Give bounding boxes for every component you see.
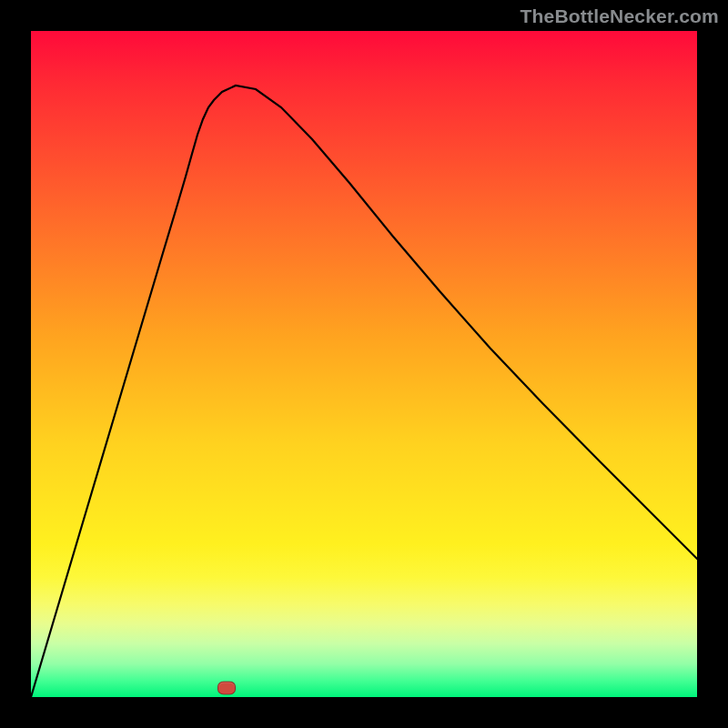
outer-frame: TheBottleNecker.com <box>0 0 728 728</box>
attribution-text: TheBottleNecker.com <box>520 5 719 27</box>
bottleneck-curve <box>31 31 697 697</box>
plot-area <box>31 31 697 697</box>
optimal-marker <box>217 682 236 695</box>
